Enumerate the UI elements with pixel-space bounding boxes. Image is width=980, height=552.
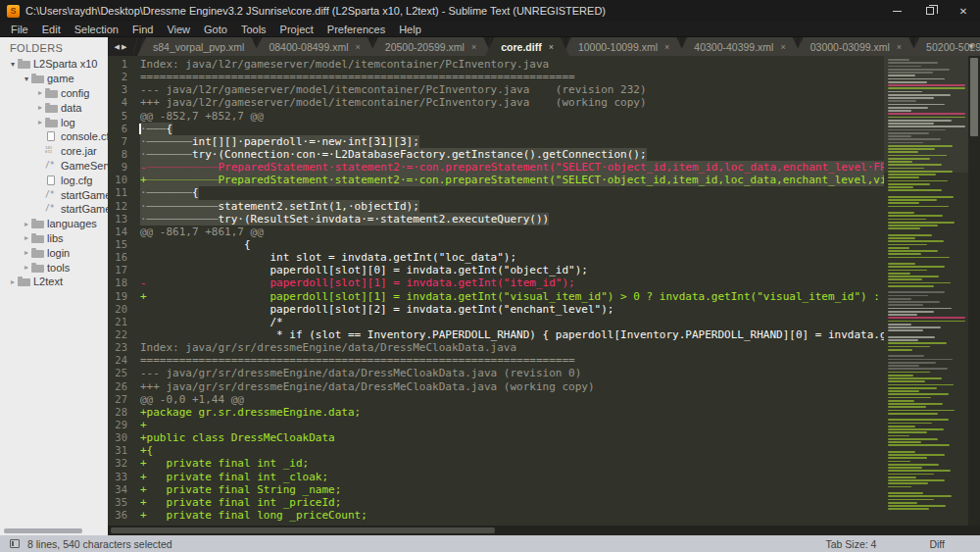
code-line[interactable]: 32+ private final int _id; (108, 457, 884, 470)
syntax-indicator[interactable]: Diff (929, 538, 945, 550)
code-line[interactable]: 33+ private final int _cloak; (108, 471, 884, 483)
restore-button[interactable] (913, 0, 947, 22)
code-line[interactable]: 24======================================… (108, 354, 884, 367)
line-number[interactable]: 27 (108, 393, 140, 406)
tab-close-icon[interactable]: × (664, 42, 669, 52)
line-number[interactable]: 7 (108, 135, 140, 148)
code-line[interactable]: 14@@ -861,7 +861,7 @@ (108, 226, 884, 238)
menu-item[interactable]: View (160, 22, 197, 36)
line-number[interactable]: 4 (108, 96, 140, 109)
line-number[interactable]: 26 (108, 380, 140, 393)
tree-item[interactable]: data (0, 100, 108, 115)
tree-expand-arrow-icon[interactable] (35, 88, 45, 97)
line-number[interactable]: 2 (108, 71, 140, 83)
line-number[interactable]: 11 (108, 186, 140, 199)
horizontal-scrollbar-thumb[interactable] (111, 527, 495, 533)
tree-item[interactable]: log (0, 115, 108, 129)
editor-tab[interactable]: 20500-20599.xml × (369, 37, 492, 56)
code-line[interactable]: 5@@ -852,7 +852,7 @@ (108, 110, 884, 123)
tree-item[interactable]: languages (0, 217, 108, 231)
line-number[interactable]: 14 (108, 226, 140, 238)
line-number[interactable]: 22 (108, 328, 140, 341)
line-number[interactable]: 36 (108, 509, 140, 522)
tab-list-dropdown-icon[interactable]: ▼ (967, 37, 975, 56)
code-line[interactable]: 8·───────try·(Connection·con·=·L2Databas… (108, 148, 884, 161)
code-view[interactable]: 1Index: java/l2r/gameserver/model/itemco… (108, 56, 884, 526)
line-number[interactable]: 23 (108, 341, 140, 354)
line-number[interactable]: 20 (108, 303, 140, 316)
tree-expand-arrow-icon[interactable] (35, 103, 45, 112)
code-line[interactable]: 17 paperdoll[slot][0] = invdata.getInt("… (108, 264, 884, 276)
tree-expand-arrow-icon[interactable] (35, 118, 45, 126)
line-number[interactable]: 13 (108, 213, 140, 226)
editor-tab[interactable]: 03000-03099.xml × (795, 37, 917, 56)
code-line[interactable]: 7·───────int[][]·paperdoll·=·new·int[31]… (108, 135, 884, 148)
line-number[interactable]: 9 (108, 161, 140, 174)
code-line[interactable]: 25--- java/gr/sr/dressmeEngine/data/Dres… (108, 367, 884, 379)
minimize-button[interactable] (880, 0, 913, 22)
line-number[interactable]: 17 (108, 264, 140, 276)
tab-size-indicator[interactable]: Tab Size: 4 (825, 538, 876, 550)
tree-item[interactable]: libs (0, 231, 108, 246)
tree-item[interactable]: console.cfg (0, 129, 108, 144)
line-number[interactable]: 30 (108, 431, 140, 444)
line-number[interactable]: 15 (108, 238, 140, 251)
code-line[interactable]: 19+ paperdoll[slot][1] = invdata.getInt(… (108, 290, 884, 303)
code-line[interactable]: 10+───────────PreparedStatement·statemen… (108, 174, 884, 186)
code-line[interactable]: 30+public class DressMeCloakData (108, 431, 884, 444)
code-line[interactable]: 12·───────────statement2.setInt(1,·objec… (108, 200, 884, 213)
menu-item[interactable]: Help (392, 22, 428, 36)
code-line[interactable]: 23Index: java/gr/sr/dressmeEngine/data/D… (108, 341, 884, 354)
code-line[interactable]: 20 paperdoll[slot][2] = invdata.getInt("… (108, 303, 884, 316)
tree-expand-arrow-icon[interactable] (22, 263, 31, 272)
line-number[interactable]: 35 (108, 496, 140, 509)
sidebar-horizontal-scrollbar[interactable] (4, 528, 82, 533)
code-line[interactable]: 9-───────────PreparedStatement·statement… (108, 161, 884, 174)
tree-item[interactable]: login (0, 245, 108, 260)
line-number[interactable]: 16 (108, 251, 140, 264)
line-number[interactable]: 29 (108, 419, 140, 431)
line-number[interactable]: 8 (108, 148, 140, 161)
menu-item[interactable]: File (4, 22, 35, 36)
line-number[interactable]: 10 (108, 174, 140, 186)
code-line[interactable]: 2=======================================… (108, 71, 884, 83)
code-line[interactable]: 15 { (108, 238, 884, 251)
tree-expand-arrow-icon[interactable] (22, 220, 31, 228)
tree-item[interactable]: core.jar (0, 144, 108, 159)
code-line[interactable]: 31+{ (108, 444, 884, 457)
tab-nav-arrows[interactable]: ◀ ▶ (108, 37, 133, 56)
tree-item[interactable]: startGameServ (0, 187, 108, 202)
tree-item[interactable]: log.cfg (0, 173, 108, 187)
tree-item[interactable]: config (0, 86, 108, 101)
tree-item[interactable]: game (0, 72, 108, 86)
menu-item[interactable]: Preferences (320, 22, 392, 36)
tree-expand-arrow-icon[interactable] (22, 233, 31, 242)
line-number[interactable]: 25 (108, 367, 140, 379)
code-line[interactable]: 16 int slot = invdata.getInt("loc_data")… (108, 251, 884, 264)
tab-close-icon[interactable]: × (549, 42, 554, 52)
code-line[interactable]: 28+package gr.sr.dressmeEngine.data; (108, 406, 884, 419)
tree-item[interactable]: startGameServ (0, 202, 108, 217)
code-line[interactable]: 22 * if (slot == Inventory.PAPERDOLL_RHA… (108, 328, 884, 341)
tree-item[interactable]: L2text (0, 275, 108, 289)
menu-item[interactable]: Edit (35, 22, 68, 36)
code-line[interactable]: 18- paperdoll[slot][1] = invdata.getInt(… (108, 276, 884, 289)
editor-tab[interactable]: 08400-08499.xml × (253, 37, 375, 56)
code-line[interactable]: 21 /* (108, 316, 884, 328)
tab-close-icon[interactable]: × (356, 42, 361, 52)
line-number[interactable]: 6 (108, 123, 140, 135)
line-number[interactable]: 18 (108, 276, 140, 289)
tree-item[interactable]: GameServer_lo (0, 159, 108, 174)
line-number[interactable]: 5 (108, 110, 140, 123)
code-line[interactable]: 29+ (108, 419, 884, 431)
code-line[interactable]: 11·───────{ (108, 186, 884, 199)
code-line[interactable]: 27@@ -0,0 +1,44 @@ (108, 393, 884, 406)
line-number[interactable]: 24 (108, 354, 140, 367)
menu-item[interactable]: Selection (68, 22, 125, 36)
panel-toggle-icon[interactable] (10, 539, 20, 548)
code-line[interactable]: 13·───────────try·(ResultSet·invdata·=·s… (108, 213, 884, 226)
code-line[interactable]: 3--- java/l2r/gameserver/model/itemconta… (108, 83, 884, 96)
tree-item[interactable]: L2Sparta x10 (0, 57, 108, 72)
tree-expand-arrow-icon[interactable] (8, 60, 18, 69)
vertical-scrollbar[interactable] (968, 56, 980, 526)
